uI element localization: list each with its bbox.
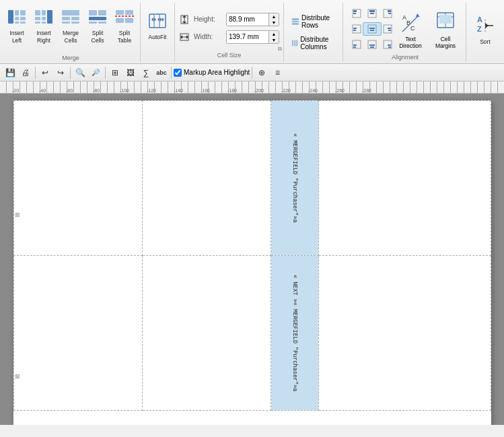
height-up-btn[interactable]: ▲ (269, 13, 279, 20)
svg-text:A: A (477, 15, 482, 24)
merge-cells-button[interactable]: Merge Cells (58, 3, 83, 48)
svg-rect-23 (98, 22, 106, 24)
distribute-rows-label: Distribute Rows (301, 14, 336, 29)
ribbon-group-distribute: Distribute Rows Distribute Columns (285, 3, 343, 62)
svg-rect-75 (388, 44, 391, 46)
tb-zoom-in-btn[interactable]: 🔍 (73, 65, 87, 80)
table-cell-r1c3[interactable]: « MERGEFIELD "Purchaser"»a (271, 101, 319, 256)
ribbon-group-autofit: AutoFit (142, 3, 173, 62)
document-table: « MERGEFIELD "Purchaser"»a « NEXT »« MER… (13, 100, 491, 411)
split-table-button[interactable]: Split Table (112, 3, 137, 48)
distribute-content: Distribute Rows Distribute Columns (288, 5, 340, 59)
mergefield-r2-text: « NEXT »« MERGEFIELD "Purchaser"»a (291, 275, 298, 391)
table-cell-r1c2[interactable] (142, 101, 271, 256)
split-cells-button[interactable]: Split Cells (85, 3, 110, 48)
svg-rect-5 (15, 22, 19, 24)
cell-size-dialog-launcher[interactable]: ⧉ (278, 46, 282, 53)
svg-rect-11 (42, 17, 46, 20)
table-cell-r1c4[interactable] (319, 101, 491, 256)
row2-marker: ⊠ (15, 373, 20, 380)
svg-rect-7 (35, 10, 40, 15)
mergefield-r1-text: « MERGEFIELD "Purchaser"»a (291, 133, 298, 223)
svg-rect-63 (369, 28, 375, 29)
tb-sep2 (70, 67, 71, 79)
tb-table-btn[interactable]: ⊞ (108, 65, 122, 80)
ruler-scale (0, 81, 504, 93)
tb-redo-btn[interactable]: ↪ (53, 65, 68, 80)
tb-sep4 (171, 67, 172, 79)
merge-group-label: Merge (62, 53, 79, 62)
tb-print-btn[interactable]: 🖨 (18, 65, 33, 80)
height-input[interactable] (227, 13, 268, 26)
width-icon (179, 32, 190, 42)
text-direction-label: Text Direction (399, 36, 422, 49)
height-spin: ▲ ▼ (268, 13, 279, 26)
svg-rect-54 (369, 10, 375, 12)
height-label: Height: (194, 15, 223, 23)
insert-right-label: Insert Right (36, 30, 50, 43)
distribute-rows-icon (291, 16, 299, 27)
markup-checkbox-label: Markup Area Highlight (184, 69, 250, 76)
merge-buttons: Insert Left Insert Right (4, 3, 137, 53)
autofit-label: AutoFit (149, 34, 167, 40)
svg-rect-66 (388, 28, 391, 29)
svg-marker-91 (485, 23, 489, 28)
height-row: Height: ▲ ▼ (179, 13, 279, 26)
distribute-cols-icon (291, 38, 298, 48)
svg-rect-17 (62, 22, 70, 24)
height-down-btn[interactable]: ▼ (269, 20, 279, 26)
insert-left-button[interactable]: Insert Left (4, 3, 30, 48)
markup-checkbox-input[interactable] (174, 69, 182, 77)
insert-right-button[interactable]: Insert Right (31, 3, 57, 48)
distribute-rows-button[interactable]: Distribute Rows (288, 12, 340, 31)
sort-button[interactable]: A Z Sort (470, 7, 500, 53)
table-cell-r1c1[interactable] (13, 101, 142, 256)
svg-rect-9 (35, 22, 40, 24)
width-down-btn[interactable]: ▼ (269, 37, 279, 43)
svg-rect-76 (388, 46, 391, 48)
ribbon-group-merge: Insert Left Insert Right (1, 3, 141, 62)
insert-right-icon (34, 7, 53, 28)
svg-rect-57 (388, 10, 391, 12)
table-cell-r2c1[interactable] (13, 256, 142, 411)
table-cell-r2c3[interactable]: « NEXT »« MERGEFIELD "Purchaser"»a (271, 256, 319, 411)
tb-extra1-btn[interactable]: ⊕ (254, 65, 269, 80)
svg-rect-22 (89, 22, 97, 24)
width-spin: ▲ ▼ (268, 31, 279, 43)
table-cell-r2c4[interactable] (319, 256, 491, 411)
svg-rect-0 (8, 10, 13, 24)
svg-rect-6 (20, 22, 26, 24)
document-area: ⊠ ⊠ « MERGEFIELD "Purchaser"»a (0, 94, 504, 425)
tb-sum-btn[interactable]: ∑ (139, 65, 153, 80)
markup-area-highlight-check[interactable]: Markup Area Highlight (174, 69, 250, 77)
svg-rect-12 (42, 22, 46, 24)
svg-rect-73 (370, 46, 374, 48)
table-cell-r2c2[interactable] (142, 256, 271, 411)
svg-rect-29 (149, 14, 166, 28)
svg-rect-52 (353, 13, 356, 14)
tb-extra2-btn[interactable]: ≡ (270, 65, 285, 80)
tb-undo-btn[interactable]: ↩ (38, 65, 52, 80)
svg-marker-81 (416, 13, 420, 17)
cell-margins-label: Cell Margins (435, 36, 456, 49)
distribute-cols-button[interactable]: Distribute Columns (288, 34, 340, 53)
table-row: « MERGEFIELD "Purchaser"»a (13, 101, 491, 256)
width-row: Width: ▲ ▼ (179, 30, 279, 44)
text-direction-button[interactable]: A B C Text Direction (394, 7, 427, 53)
width-up-btn[interactable]: ▲ (269, 31, 279, 37)
autofit-button[interactable]: AutoFit (145, 3, 170, 48)
svg-rect-69 (353, 44, 357, 46)
width-input[interactable] (227, 31, 268, 43)
tb-abc-btn[interactable]: abc (154, 65, 169, 80)
svg-rect-58 (388, 13, 391, 14)
tb-insert-img-btn[interactable]: 🖼 (123, 65, 138, 80)
tb-zoom-out-btn[interactable]: 🔎 (88, 65, 103, 80)
cell-margins-button[interactable]: Cell Margins (428, 7, 463, 53)
toolbar: 💾 🖨 ↩ ↪ 🔍 🔎 ⊞ 🖼 ∑ abc Markup Area Highli… (0, 64, 504, 81)
alignment-group-label: Alignment (347, 53, 463, 61)
tb-sep1 (35, 67, 36, 79)
tb-save-btn[interactable]: 💾 (3, 65, 17, 80)
text-direction-icon: A B C (401, 10, 420, 36)
cell-size-group-label: Cell Size (179, 51, 279, 59)
svg-rect-18 (71, 22, 79, 24)
